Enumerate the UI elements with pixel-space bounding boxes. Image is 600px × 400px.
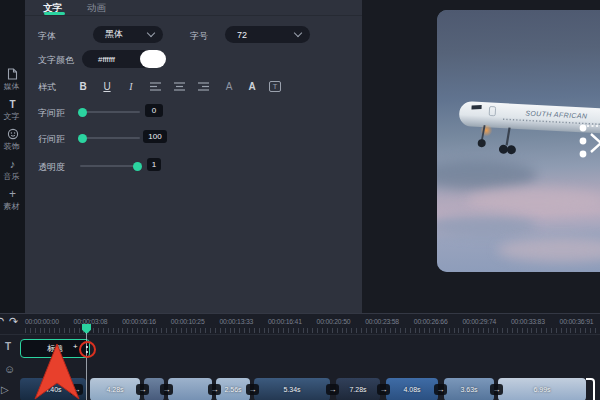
- timeline-timestamp: 00:00:29:74: [462, 318, 496, 325]
- slider-knob[interactable]: [78, 108, 87, 117]
- text-properties-panel: 文字 动画 字体 黑体 字号 72 文字颜色 #ffffff 样式 B U I: [25, 0, 362, 315]
- align-center-button[interactable]: [171, 79, 187, 93]
- transition-arrow-icon[interactable]: →: [136, 384, 149, 395]
- chevron-down-icon: [294, 29, 302, 37]
- video-editor-window: 媒体 T 文字 装饰 ♪ 音乐 + 素材 文字 动画 字体 黑体: [0, 0, 600, 400]
- opacity-value[interactable]: 1: [147, 158, 161, 171]
- timeline-ruler-ticks[interactable]: [25, 328, 600, 333]
- video-clip[interactable]: 3.63s: [444, 378, 494, 400]
- timeline-timestamp: 00:00:20:50: [317, 318, 351, 325]
- slider-knob[interactable]: [78, 134, 87, 143]
- divider: [0, 334, 600, 335]
- transition-arrow-icon[interactable]: →: [160, 384, 173, 395]
- sticker-face-icon: [0, 128, 25, 141]
- opacity-slider[interactable]: [80, 165, 140, 167]
- line-spacing-slider[interactable]: [80, 137, 140, 139]
- sidebar-item-label: 装饰: [0, 141, 24, 152]
- sidebar-item-material[interactable]: + 素材: [0, 188, 25, 216]
- text-box-button[interactable]: T: [267, 79, 283, 93]
- clip-duration: 4.08s: [403, 386, 420, 393]
- timeline-timestamp: 00:00:26:66: [414, 318, 448, 325]
- text-color-picker[interactable]: #ffffff: [82, 50, 166, 68]
- bold-button[interactable]: B: [75, 79, 91, 93]
- sidebar-item-label: 媒体: [0, 81, 24, 92]
- video-clip[interactable]: 2.56s: [216, 378, 250, 400]
- undo-button[interactable]: ↶: [0, 315, 4, 328]
- transition-arrow-icon[interactable]: →: [377, 384, 390, 395]
- airplane-graphic: SOUTH AFRICAN: [437, 10, 600, 272]
- letter-spacing-value[interactable]: 0: [145, 104, 163, 117]
- sidebar-item-sticker[interactable]: 装饰: [0, 128, 25, 156]
- clip-duration: 5.34s: [283, 386, 300, 393]
- clip-duration: 4.28s: [106, 386, 123, 393]
- clip-selection-bracket[interactable]: [586, 378, 595, 400]
- annotation-highlight-ring: [79, 341, 96, 358]
- line-spacing-label: 行间距: [38, 133, 65, 146]
- underline-button[interactable]: U: [99, 79, 115, 93]
- color-swatch[interactable]: [140, 50, 166, 68]
- font-size-label: 字号: [190, 30, 208, 43]
- sidebar: 媒体 T 文字 装饰 ♪ 音乐 + 素材: [0, 0, 25, 315]
- clip-duration: 3.63s: [460, 386, 477, 393]
- text-outline-button[interactable]: A: [221, 79, 237, 93]
- timeline-timestamp: 00:00:13:33: [219, 318, 253, 325]
- timeline-timestamp: 00:00:33:83: [511, 318, 545, 325]
- redo-button[interactable]: ↷: [9, 315, 18, 328]
- font-size-dropdown[interactable]: 72: [225, 26, 310, 43]
- sticker-track-icon: ☺: [4, 363, 15, 375]
- sidebar-item-media[interactable]: 媒体: [0, 68, 25, 96]
- align-left-button[interactable]: [147, 79, 163, 93]
- text-tool-icon: T: [0, 98, 25, 111]
- transition-arrow-icon[interactable]: →: [434, 384, 447, 395]
- opacity-label: 透明度: [38, 161, 65, 174]
- font-family-dropdown[interactable]: 黑体: [93, 26, 163, 43]
- text-box-icon: T: [269, 81, 281, 92]
- video-clip[interactable]: 4.08s: [386, 378, 438, 400]
- font-size-value: 72: [237, 30, 247, 40]
- video-preview[interactable]: SOUTH AFRICAN: [437, 10, 600, 272]
- letter-spacing-slider[interactable]: [80, 111, 140, 113]
- transition-arrow-icon[interactable]: →: [246, 384, 259, 395]
- transition-arrow-icon[interactable]: →: [208, 384, 221, 395]
- title-clip-label: 标题: [47, 343, 63, 354]
- sidebar-item-music[interactable]: ♪ 音乐: [0, 158, 25, 186]
- clip-add-handle[interactable]: +: [73, 342, 78, 351]
- transition-arrow-icon[interactable]: →: [490, 384, 503, 395]
- clip-handle-dot: [86, 351, 88, 353]
- font-family-value: 黑体: [105, 28, 123, 41]
- timeline-timestamp: 00:00:16:41: [268, 318, 302, 325]
- italic-button[interactable]: I: [123, 79, 139, 93]
- tab-animation[interactable]: 动画: [87, 2, 106, 15]
- clip-duration: 7.28s: [349, 386, 366, 393]
- transition-arrow-icon[interactable]: →: [326, 384, 339, 395]
- timeline-timestamp: 00:00:36:91: [560, 318, 594, 325]
- video-clip[interactable]: 4.28s: [90, 378, 140, 400]
- style-label: 样式: [38, 81, 56, 94]
- music-note-icon: ♪: [0, 158, 25, 171]
- align-right-button[interactable]: [195, 79, 211, 93]
- video-clip[interactable]: 7.28s: [336, 378, 380, 400]
- timeline-timestamp: 00:00:06:16: [122, 318, 156, 325]
- video-clip[interactable]: 5.34s: [254, 378, 330, 400]
- align-left-icon: [150, 82, 161, 91]
- sidebar-item-text[interactable]: T 文字: [0, 98, 25, 126]
- divider: [25, 15, 362, 16]
- video-clip[interactable]: [168, 378, 212, 400]
- clip-duration: 4.40s: [44, 386, 61, 393]
- align-center-icon: [174, 82, 185, 91]
- text-fill-button[interactable]: A: [244, 79, 260, 93]
- timeline-timestamp: 00:00:10:25: [171, 318, 205, 325]
- video-clip[interactable]: 6.99s: [498, 378, 586, 400]
- font-label: 字体: [38, 30, 56, 43]
- text-color-value: #ffffff: [98, 55, 115, 64]
- clip-duration: 2.56s: [224, 386, 241, 393]
- material-plus-icon: +: [0, 188, 25, 201]
- transition-arrow-icon[interactable]: →: [70, 384, 83, 395]
- timeline-timestamp: 00:00:23:58: [365, 318, 399, 325]
- slider-knob[interactable]: [133, 162, 142, 171]
- line-spacing-value[interactable]: 100: [143, 130, 167, 143]
- sidebar-item-label: 素材: [0, 201, 24, 212]
- chevron-down-icon: [147, 29, 155, 37]
- timeline-timestamp: 00:00:00:00: [25, 318, 59, 325]
- timeline: ↶ ↷ 00:00:00:00 00:00:03:08 00:00:06:16 …: [0, 313, 600, 400]
